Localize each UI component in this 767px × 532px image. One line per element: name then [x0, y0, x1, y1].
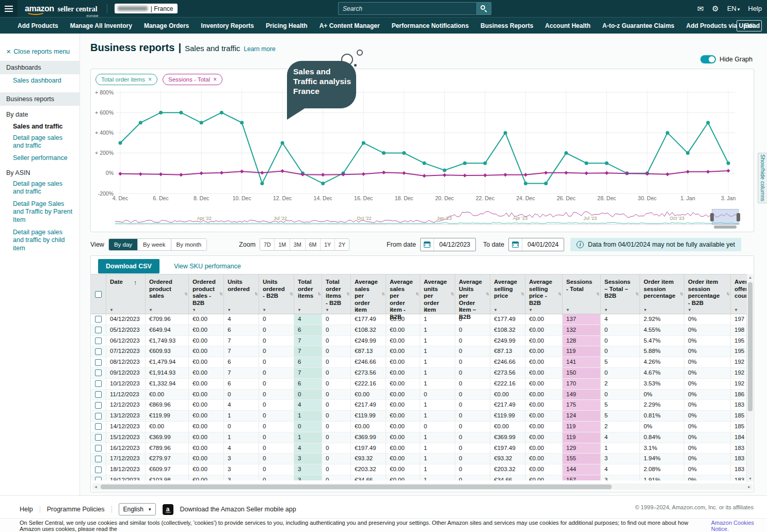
column-menu-chevron-icon[interactable]: ▾ — [689, 308, 691, 312]
column-menu-chevron-icon[interactable]: ▾ — [567, 308, 569, 312]
column-header-order-item-session-percentage-b2b[interactable]: Order item session percentage - B2B↑↓▾ — [684, 275, 731, 314]
view-option-by-day[interactable]: By day — [109, 239, 138, 250]
column-menu-chevron-icon[interactable]: ▾ — [605, 308, 607, 312]
column-menu-chevron-icon[interactable]: ▾ — [193, 308, 195, 312]
zoom-option-3m[interactable]: 3M — [290, 239, 306, 250]
range-handle-left[interactable] — [710, 213, 714, 221]
from-date-picker[interactable]: 04/12/2023 — [420, 238, 476, 251]
zoom-option-6m[interactable]: 6M — [306, 239, 321, 250]
column-menu-chevron-icon[interactable]: ▾ — [390, 308, 392, 312]
column-header-ordered-product-sales[interactable]: Ordered product sales↑↓▾ — [146, 275, 189, 314]
search-input[interactable] — [338, 2, 476, 15]
row-checkbox[interactable] — [95, 445, 102, 452]
row-checkbox[interactable] — [95, 380, 102, 387]
column-menu-chevron-icon[interactable]: ▾ — [298, 308, 300, 312]
zoom-option-2y[interactable]: 2Y — [335, 239, 349, 250]
select-all-checkbox[interactable] — [95, 291, 102, 298]
row-checkbox[interactable] — [95, 477, 102, 480]
hide-graph-toggle[interactable] — [700, 55, 716, 63]
nav-item-account-health[interactable]: Account Health — [545, 22, 590, 29]
row-checkbox[interactable] — [95, 327, 102, 333]
column-menu-chevron-icon[interactable]: ▾ — [424, 308, 426, 312]
scroll-left-icon[interactable]: ◄ — [92, 485, 99, 489]
horizontal-scroll-thumb[interactable] — [101, 485, 612, 489]
column-header-total-order-items[interactable]: Total order items↑↓▾ — [294, 275, 322, 314]
footer-help-link[interactable]: Help — [20, 506, 33, 513]
download-app-link[interactable]: Download the Amazon Seller mobile app — [180, 506, 296, 513]
row-checkbox[interactable] — [95, 434, 102, 441]
nav-item-pricing-health[interactable]: Pricing Health — [266, 22, 308, 29]
row-checkbox[interactable] — [95, 348, 102, 355]
hamburger-menu-icon[interactable] — [0, 0, 18, 17]
column-menu-chevron-icon[interactable]: ▾ — [459, 308, 461, 312]
column-menu-chevron-icon[interactable]: ▾ — [494, 308, 497, 312]
column-menu-chevron-icon[interactable]: ▾ — [735, 308, 737, 312]
scroll-right-icon[interactable]: ► — [746, 485, 753, 489]
column-header-average-sales-per-order-item[interactable]: Average sales per order item↑↓▾ — [351, 275, 386, 314]
sidebar-item-sales-and-traffic[interactable]: Sales and traffic — [0, 119, 79, 132]
view-sku-performance-link[interactable]: View SKU performance — [174, 263, 241, 270]
edit-nav-button[interactable]: Edit — [737, 20, 762, 31]
sidebar-item-detail-page-sales-and-traffic-by-parent-item[interactable]: Detail Page Sales and Traffic by Parent … — [0, 198, 79, 226]
footer-policies-link[interactable]: Programme Policies — [47, 506, 105, 513]
to-date-picker[interactable]: 04/01/2024 — [508, 238, 564, 251]
sidebar-item-detail-page-sales-and-traffic-by-child-item[interactable]: Detail page sales and traffic by child i… — [0, 226, 79, 254]
row-checkbox[interactable] — [95, 337, 102, 344]
nav-item-inventory-reports[interactable]: Inventory Reports — [201, 22, 254, 29]
nav-item-a-content-manager[interactable]: A+ Content Manager — [319, 22, 380, 29]
download-csv-button[interactable]: Download CSV — [98, 259, 159, 273]
learn-more-link[interactable]: Learn more — [244, 45, 275, 53]
column-header-sessions-total-b2b[interactable]: Sessions – Total – B2B↑↓▾ — [601, 275, 640, 314]
metric-chip-sessions-total[interactable]: Sessions - Total× — [163, 74, 222, 85]
column-header-order-item-session-percentage[interactable]: Order item session percentage↑↓▾ — [640, 275, 684, 314]
column-header-ordered-product-sales-b2b[interactable]: Ordered product sales - B2B↑↓▾ — [189, 275, 224, 314]
column-header-average-units-per-order-item-b2b[interactable]: Average Units per Order Item – B2B↑↓▾ — [455, 275, 490, 314]
sidebar-item-sales-dashboard[interactable]: Sales dashboard — [0, 74, 79, 87]
sidebar-item-dashboards[interactable]: Dashboards — [0, 61, 79, 74]
search-button[interactable] — [476, 2, 491, 15]
row-checkbox[interactable] — [95, 391, 102, 398]
zoom-option-1y[interactable]: 1Y — [321, 239, 335, 250]
nav-item-add-products[interactable]: Add Products — [18, 22, 58, 29]
column-header-average-units-per-order-item[interactable]: Average units per order item↑↓▾ — [420, 275, 455, 314]
column-header-average-sales-per-order-item-b2b[interactable]: Average sales per order item - B2B↑↓▾ — [386, 275, 420, 314]
column-menu-chevron-icon[interactable]: ▾ — [326, 308, 328, 312]
row-checkbox[interactable] — [95, 456, 102, 462]
chip-close-icon[interactable]: × — [213, 76, 217, 83]
column-header-average-selling-price-b2b[interactable]: Average selling price - B2B↑↓▾ — [525, 275, 563, 314]
nav-item-manage-all-inventory[interactable]: Manage All Inventory — [70, 22, 132, 29]
column-header-average-selling-price[interactable]: Average selling price↑↓▾ — [490, 275, 525, 314]
chip-close-icon[interactable]: × — [148, 76, 152, 83]
row-checkbox[interactable] — [95, 359, 102, 366]
column-menu-chevron-icon[interactable]: ▾ — [355, 308, 357, 312]
column-header-units-ordered[interactable]: Units ordered↑↓▾ — [224, 275, 259, 314]
sidebar-item-seller-performance[interactable]: Seller performance — [0, 152, 79, 164]
show-hide-columns-tab[interactable]: Show/hide columns — [758, 153, 767, 203]
messages-icon[interactable]: ✉ — [697, 5, 704, 12]
view-option-by-week[interactable]: By week — [138, 239, 171, 250]
column-menu-chevron-icon[interactable]: ▾ — [644, 308, 646, 312]
column-menu-chevron-icon[interactable]: ▾ — [228, 308, 230, 312]
language-selector[interactable]: EN▾ — [727, 5, 740, 12]
row-checkbox[interactable] — [95, 423, 102, 430]
navigator-scrollbar-thumb[interactable] — [714, 225, 737, 229]
table-horizontal-scrollbar[interactable]: ◄ ► — [92, 483, 753, 490]
column-menu-chevron-icon[interactable]: ▾ — [263, 308, 265, 312]
table-vertical-scrollbar[interactable]: ▲ ▼ — [746, 274, 753, 482]
view-option-by-month[interactable]: By month — [171, 239, 207, 250]
metric-chip-total-order-items[interactable]: Total order items× — [95, 74, 157, 85]
row-checkbox[interactable] — [95, 466, 102, 473]
scroll-down-icon[interactable]: ▼ — [747, 475, 754, 482]
scroll-up-icon[interactable]: ▲ — [747, 274, 754, 281]
column-menu-chevron-icon[interactable]: ▾ — [110, 308, 113, 312]
footer-language-select[interactable]: English ▾ — [119, 503, 156, 515]
navigator-range-selector[interactable] — [712, 209, 739, 224]
column-menu-chevron-icon[interactable]: ▾ — [150, 308, 152, 312]
vertical-scroll-thumb[interactable] — [748, 282, 753, 411]
column-header-sessions-total[interactable]: Sessions - Total↑↓▾ — [563, 275, 601, 314]
row-checkbox[interactable] — [95, 316, 102, 323]
zoom-option-1m[interactable]: 1M — [275, 239, 290, 250]
row-checkbox[interactable] — [95, 402, 102, 409]
row-checkbox[interactable] — [95, 369, 102, 376]
settings-gear-icon[interactable]: ⚙ — [712, 5, 718, 12]
